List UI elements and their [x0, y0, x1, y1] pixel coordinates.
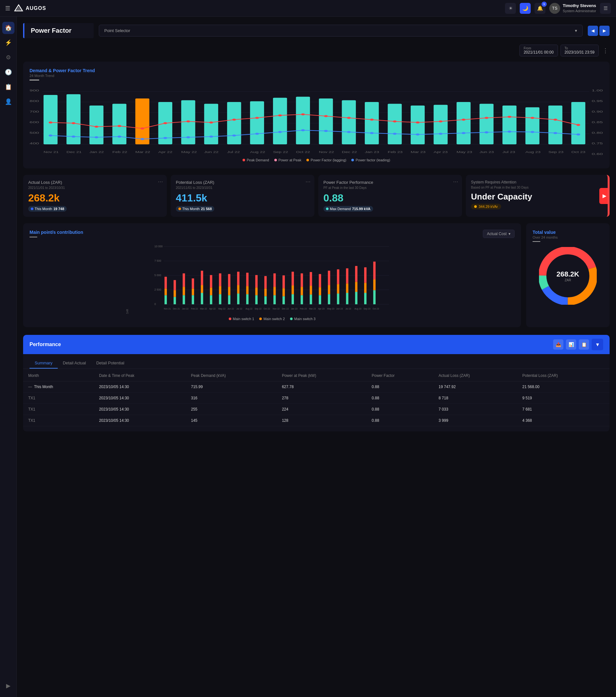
sidebar-item-settings[interactable]: ⚙: [2, 51, 14, 63]
perf-export-btn[interactable]: 📤: [553, 339, 563, 350]
legend-pf-lagging: Power Factor (lagging): [306, 158, 346, 162]
svg-point-55: [278, 131, 282, 133]
user-text: Timothy Stevens System Administrator: [563, 3, 596, 13]
avatar: TS: [549, 3, 560, 14]
svg-rect-171: [292, 272, 294, 285]
sidebar-item-expand[interactable]: ▶: [2, 680, 14, 692]
perf-chart-btn[interactable]: 📊: [566, 339, 576, 350]
svg-text:0.85: 0.85: [592, 120, 603, 124]
tab-detail-potential[interactable]: Detail Potential: [91, 358, 129, 369]
svg-point-87: [462, 119, 466, 121]
page-header: Power Factor Point Selector ▾ ◀ ▶: [23, 23, 610, 38]
svg-rect-155: [246, 286, 248, 294]
svg-rect-192: [355, 266, 357, 282]
performance-body: Summary Detail Actual Detail Potential M…: [23, 354, 610, 431]
svg-rect-180: [319, 274, 321, 287]
alert-expand-btn[interactable]: ▶: [599, 188, 610, 204]
svg-rect-36: [388, 104, 402, 145]
theme-toggle[interactable]: ☀: [505, 3, 516, 14]
svg-rect-132: [174, 280, 176, 290]
cell-actual-loss: 8 718: [434, 392, 517, 404]
svg-point-76: [209, 122, 213, 124]
svg-text:Jul 23: Jul 23: [345, 308, 351, 310]
stat-pf-value: 0.88: [323, 192, 457, 204]
svg-rect-150: [228, 274, 230, 287]
svg-text:Apr 23: Apr 23: [318, 308, 325, 310]
date-from-field[interactable]: From 2021/11/01 00:00: [519, 45, 558, 57]
svg-rect-162: [264, 276, 267, 289]
svg-rect-128: [165, 288, 167, 295]
svg-text:Jul 22: Jul 22: [236, 308, 242, 310]
svg-rect-23: [89, 105, 104, 144]
tab-summary[interactable]: Summary: [30, 358, 58, 369]
svg-text:Oct 22: Oct 22: [296, 151, 310, 154]
svg-rect-143: [210, 287, 212, 295]
svg-text:Dec 22: Dec 22: [342, 151, 357, 154]
trend-chart-subtitle: 24 Month Trend: [30, 74, 603, 78]
svg-rect-163: [273, 295, 276, 304]
svg-point-71: [94, 126, 99, 128]
svg-point-57: [324, 130, 328, 132]
contribution-dropdown[interactable]: Actual Cost ▾: [483, 229, 515, 238]
perf-collapse-btn[interactable]: ▾: [592, 339, 603, 350]
svg-point-46: [72, 136, 75, 138]
sidebar-item-history[interactable]: 🕐: [2, 66, 14, 78]
svg-rect-159: [255, 275, 258, 288]
svg-rect-41: [502, 105, 516, 144]
date-to-label: To: [565, 46, 595, 50]
svg-rect-166: [282, 296, 284, 305]
sidebar-item-home[interactable]: 🏠: [2, 22, 14, 34]
sidebar-item-user[interactable]: 👤: [2, 95, 14, 108]
svg-text:800: 800: [30, 99, 39, 103]
chevron-down-icon: ▾: [575, 28, 577, 33]
svg-text:Oct 22: Oct 22: [264, 308, 270, 310]
date-more-btn[interactable]: ⋮: [601, 46, 610, 56]
logo: AUGOS: [14, 4, 46, 13]
svg-point-70: [72, 122, 75, 124]
svg-rect-42: [526, 107, 540, 145]
point-selector-dropdown[interactable]: Point Selector ▾: [99, 25, 583, 36]
svg-rect-139: [201, 293, 203, 305]
stats-row: ⋯ Actual Loss (ZAR) 2021/11/01 to 2023/1…: [23, 175, 610, 217]
date-to-field[interactable]: To 2023/10/31 23:59: [560, 45, 599, 57]
svg-text:500: 500: [30, 131, 39, 134]
svg-rect-167: [282, 288, 284, 296]
prev-arrow-btn[interactable]: ◀: [588, 26, 598, 36]
svg-rect-173: [300, 287, 303, 295]
night-mode-btn[interactable]: 🌙: [520, 3, 531, 14]
tab-detail-actual[interactable]: Detail Actual: [58, 358, 91, 369]
under-capacity-title: Under Capacity: [471, 192, 602, 202]
menu-icon: ☰: [603, 5, 608, 11]
notification-btn[interactable]: 🔔 9: [534, 3, 545, 14]
cell-date: 2023/10/05 14:30: [94, 404, 186, 415]
cell-peak-demand: 145: [186, 415, 277, 426]
svg-point-49: [141, 138, 144, 140]
next-arrow-btn[interactable]: ▶: [599, 26, 610, 36]
date-to-value: 2023/10/31 23:59: [565, 50, 595, 55]
table-row: TX1 2023/10/05 14:30 255 224 0.88 7 033 …: [23, 404, 610, 415]
stat-actual-loss-menu[interactable]: ⋯: [158, 179, 163, 185]
svg-rect-37: [411, 105, 425, 144]
stat-pf-badge: Max Demand 715.99 kVA: [323, 206, 373, 212]
sidebar-item-energy[interactable]: ⚡: [2, 36, 14, 49]
topnav-menu-btn[interactable]: ☰: [600, 3, 611, 14]
svg-point-45: [49, 134, 53, 137]
stat-potential-loss-menu[interactable]: ⋯: [305, 179, 311, 185]
svg-point-72: [117, 125, 121, 127]
perf-copy-btn[interactable]: 📋: [579, 339, 589, 350]
svg-rect-137: [192, 288, 194, 295]
legend-main-switch-2: Main switch 2: [259, 317, 285, 321]
stat-potential-loss-range: 2021/11/01 to 2023/10/31: [176, 186, 309, 190]
svg-point-52: [209, 136, 213, 138]
performance-actions: 📤 📊 📋 ▾: [553, 339, 603, 350]
stat-pf-menu[interactable]: ⋯: [453, 179, 458, 185]
svg-text:Sep 23: Sep 23: [548, 151, 564, 154]
svg-rect-34: [342, 100, 356, 145]
svg-point-91: [554, 119, 557, 121]
hamburger-icon[interactable]: ☰: [5, 5, 10, 12]
svg-text:Aug 22: Aug 22: [250, 151, 265, 154]
sidebar-item-reports[interactable]: 📋: [2, 81, 14, 93]
svg-rect-136: [192, 295, 194, 304]
cell-date: 2023/10/05 14:30: [94, 415, 186, 426]
cell-actual-loss: 19 747.92: [434, 381, 517, 392]
